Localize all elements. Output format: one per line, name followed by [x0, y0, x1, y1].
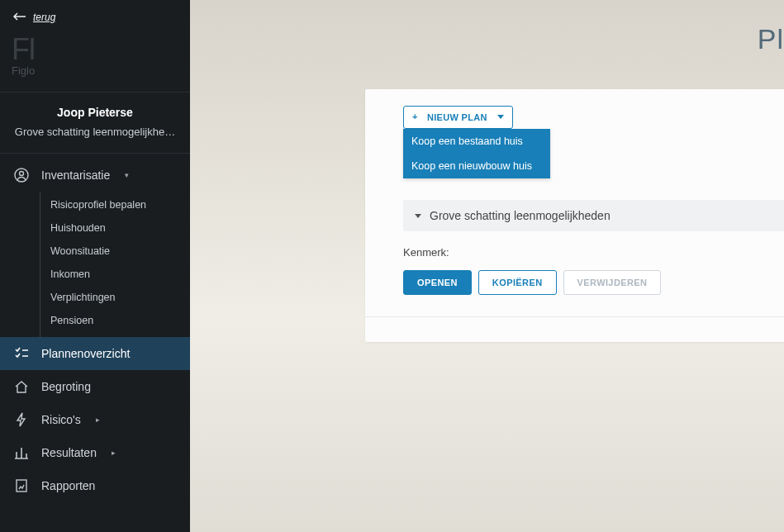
sidebar-subitem-woonsituatie[interactable]: Woonsituatie — [40, 240, 190, 263]
client-name: Joop Pieterse — [12, 106, 178, 119]
sidebar-item-rapporten[interactable]: Rapporten — [0, 469, 190, 502]
plan-details: Kenmerk: OPENEN KOPIËREN VERWIJDEREN — [403, 231, 784, 295]
logo-block: FI Figlo — [0, 35, 190, 92]
sidebar-item-label: Rapporten — [41, 479, 95, 492]
plan-title: Grove schatting leenmogelijkheden — [430, 209, 611, 222]
sidebar-subitem-inkomen[interactable]: Inkomen — [40, 263, 190, 286]
main-nav: Inventarisatie ▾ Risicoprofiel bepalen H… — [0, 154, 190, 502]
copy-button[interactable]: KOPIËREN — [478, 270, 557, 295]
plan-row[interactable]: Grove schatting leenmogelijkheden — [403, 200, 784, 231]
sidebar-subitem-huishouden[interactable]: Huishouden — [40, 216, 190, 240]
main-content: Pl + NIEUW PLAN Koop een bestaand huis K… — [190, 0, 784, 532]
sidebar-item-risicos[interactable]: Risico's ▸ — [0, 403, 190, 436]
kenmerk-label: Kenmerk: — [403, 246, 784, 259]
new-plan-dropdown: Koop een bestaand huis Koop een nieuwbou… — [403, 129, 550, 178]
plan-actions: OPENEN KOPIËREN VERWIJDEREN — [403, 270, 784, 295]
sidebar-item-resultaten[interactable]: Resultaten ▸ — [0, 436, 190, 469]
plans-panel: + NIEUW PLAN Koop een bestaand huis Koop… — [365, 89, 784, 342]
logo-sub: Figlo — [12, 64, 178, 77]
sidebar-item-inventarisatie[interactable]: Inventarisatie ▾ — [0, 159, 190, 192]
page-title: Pl — [758, 23, 784, 55]
new-plan-button[interactable]: + NIEUW PLAN — [403, 106, 513, 129]
panel-divider — [365, 316, 784, 317]
sidebar-subitem-risicoprofiel[interactable]: Risicoprofiel bepalen — [40, 193, 190, 216]
chevron-right-icon: ▸ — [112, 449, 116, 457]
report-icon — [13, 477, 30, 494]
svg-point-1 — [20, 172, 24, 176]
logo-mark: FI — [12, 35, 178, 64]
back-link[interactable]: terug — [0, 0, 190, 35]
sidebar-item-label: Resultaten — [41, 446, 97, 459]
chevron-right-icon: ▸ — [96, 416, 100, 424]
sidebar-item-label: Begroting — [41, 380, 91, 393]
sidebar-subitem-pensioen[interactable]: Pensioen — [40, 309, 190, 332]
client-block: Joop Pieterse Grove schatting leenmogeli… — [0, 93, 190, 153]
sidebar-item-label: Plannenoverzicht — [41, 347, 130, 360]
new-plan-wrapper: + NIEUW PLAN Koop een bestaand huis Koop… — [403, 106, 513, 129]
dropdown-item-bestaand[interactable]: Koop een bestaand huis — [403, 129, 550, 154]
sidebar-item-label: Risico's — [41, 413, 81, 426]
open-button[interactable]: OPENEN — [403, 270, 472, 295]
arrow-left-icon — [13, 12, 26, 23]
new-plan-label: NIEUW PLAN — [427, 112, 487, 122]
inventarisatie-submenu: Risicoprofiel bepalen Huishouden Woonsit… — [40, 192, 190, 337]
caret-down-icon — [497, 115, 504, 119]
sidebar-subitem-verplichtingen[interactable]: Verplichtingen — [40, 286, 190, 309]
sidebar-item-plannenoverzicht[interactable]: Plannenoverzicht — [0, 337, 190, 370]
sidebar-item-begroting[interactable]: Begroting — [0, 370, 190, 403]
house-icon — [13, 378, 30, 395]
dropdown-item-nieuwbouw[interactable]: Koop een nieuwbouw huis — [403, 154, 550, 178]
delete-button[interactable]: VERWIJDEREN — [563, 270, 662, 295]
chevron-down-icon: ▾ — [125, 171, 129, 179]
person-circle-icon — [13, 167, 30, 183]
bolt-icon — [13, 411, 30, 428]
svg-rect-2 — [17, 480, 26, 492]
plus-icon: + — [412, 112, 418, 121]
checklist-icon — [13, 345, 30, 362]
bar-chart-icon — [13, 444, 30, 461]
back-label: terug — [33, 12, 55, 23]
sidebar-item-label: Inventarisatie — [41, 169, 110, 182]
sidebar: terug FI Figlo Joop Pieterse Grove schat… — [0, 0, 190, 532]
client-project: Grove schatting leenmogelijkhe… — [12, 126, 178, 138]
collapse-icon — [415, 214, 421, 218]
